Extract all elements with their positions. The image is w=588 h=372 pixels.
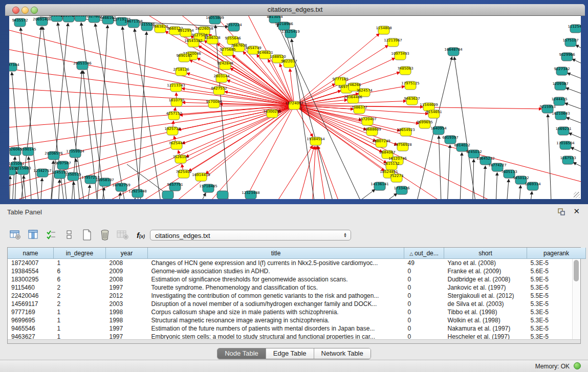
table-selector[interactable]: citations_edges.txt ▲▼ xyxy=(150,230,351,240)
citation-edge-black[interactable] xyxy=(96,25,107,199)
citation-edge-black[interactable] xyxy=(572,59,581,69)
table-cell[interactable]: 1 xyxy=(54,259,106,268)
citation-edge-red[interactable] xyxy=(9,105,294,128)
table-cell[interactable]: 49 xyxy=(404,259,444,268)
table-cell[interactable]: 0 xyxy=(404,316,444,324)
rows-icon[interactable] xyxy=(63,229,75,241)
network-graph[interactable]: 9435572206914068618304209371410653267132… xyxy=(9,16,581,199)
table-cell[interactable]: 2 xyxy=(54,292,106,300)
citation-edge-black[interactable] xyxy=(95,24,127,199)
table-cell[interactable]: 1 xyxy=(54,324,106,333)
citation-edge-black[interactable] xyxy=(24,176,27,199)
citation-edge-black[interactable] xyxy=(472,159,474,199)
citation-edge-black[interactable] xyxy=(565,87,581,98)
table-cell[interactable]: 0 xyxy=(404,308,444,316)
table-cell[interactable]: Estimation of significance thresholds fo… xyxy=(148,275,404,283)
table-row[interactable]: 977716911998Corpus callosum shape and si… xyxy=(8,308,586,316)
table-cell[interactable]: 0 xyxy=(404,324,444,333)
table-cell[interactable]: 1998 xyxy=(106,316,148,324)
citation-edge-black[interactable] xyxy=(29,157,32,199)
citation-edge-red[interactable] xyxy=(318,146,347,199)
delete-column-icon[interactable] xyxy=(99,229,111,241)
node-attribute-table[interactable]: namein_degreeyeartitle△out_de...shortpag… xyxy=(8,248,586,341)
table-cell[interactable]: Investigating the contribution of common… xyxy=(148,292,404,300)
column-header-pagerank[interactable]: pagerank xyxy=(527,248,586,259)
table-cell[interactable]: 2 xyxy=(54,300,106,308)
table-cell[interactable]: 2009 xyxy=(106,267,148,275)
create-column-icon[interactable] xyxy=(81,229,93,241)
table-cell[interactable]: 19384554 xyxy=(8,267,54,275)
table-cell[interactable]: Wolkin et al. (1998) xyxy=(444,316,527,324)
table-vertical-scrollbar[interactable] xyxy=(572,259,580,339)
table-cell[interactable]: Dudbridge et al. (2008) xyxy=(444,275,527,283)
column-header-year[interactable]: year xyxy=(106,248,148,259)
citation-edge-red[interactable] xyxy=(9,47,294,105)
table-cell[interactable]: 1997 xyxy=(106,283,148,292)
citation-edge-red[interactable] xyxy=(9,26,294,105)
citation-edge-red[interactable] xyxy=(9,105,294,108)
table-cell[interactable]: Tourette syndrome. Phenomenology and cla… xyxy=(148,283,404,292)
graph-node[interactable] xyxy=(162,191,173,199)
citation-edge-black[interactable] xyxy=(576,45,581,54)
window-titlebar[interactable]: citations_edges.txt xyxy=(5,4,585,16)
table-options-icon[interactable] xyxy=(9,229,21,241)
scrollbar-thumb[interactable] xyxy=(574,260,579,281)
table-cell[interactable]: 1997 xyxy=(106,324,148,333)
table-cell[interactable]: 0 xyxy=(404,292,444,300)
citation-edge-red[interactable] xyxy=(9,105,294,190)
citation-edge-black[interactable] xyxy=(74,182,76,199)
table-cell[interactable]: 14569117 xyxy=(8,300,54,308)
citation-edge-black[interactable] xyxy=(14,171,16,199)
citation-edge-black[interactable] xyxy=(127,198,136,199)
citation-edge-red[interactable] xyxy=(293,146,314,199)
citation-edge-black[interactable] xyxy=(86,185,90,199)
citation-edge-red[interactable] xyxy=(187,73,294,105)
table-cell[interactable]: 0 xyxy=(404,275,444,283)
table-cell[interactable]: Changes of HCN gene expression and I(f) … xyxy=(148,259,404,268)
column-header-out_de[interactable]: △out_de... xyxy=(404,248,444,259)
table-cell[interactable]: 6 xyxy=(54,275,106,283)
citation-edge-black[interactable] xyxy=(573,162,581,172)
tab-node-table[interactable]: Node Table xyxy=(217,348,266,359)
table-cell[interactable]: Disruption of a novel member of a sodium… xyxy=(148,300,404,308)
citation-edge-red[interactable] xyxy=(265,145,313,199)
table-cell[interactable]: 9115460 xyxy=(8,283,54,292)
table-row[interactable]: 1456911722003Disruption of a novel membe… xyxy=(8,300,586,308)
citation-edge-black[interactable] xyxy=(495,172,497,199)
citation-edge-red[interactable] xyxy=(294,105,400,131)
citation-edge-red[interactable] xyxy=(294,105,542,109)
table-row[interactable]: 2242004622012Investigating the contribut… xyxy=(8,292,586,300)
table-row[interactable]: 1938455462009Genome-wide association stu… xyxy=(8,267,586,275)
table-cell[interactable]: 9465546 xyxy=(8,324,54,333)
table-cell[interactable]: Corpus callosum shape and size in male p… xyxy=(148,308,404,316)
citation-edge-red[interactable] xyxy=(294,45,388,105)
citation-edge-red[interactable] xyxy=(9,67,294,105)
citation-edge-black[interactable] xyxy=(548,114,552,199)
table-cell[interactable]: Franke et al. (2009) xyxy=(444,267,527,275)
citation-edge-black[interactable] xyxy=(567,73,581,83)
tab-edge-table[interactable]: Edge Table xyxy=(266,348,314,359)
citation-edge-black[interactable] xyxy=(193,193,206,199)
close-panel-icon[interactable]: ✕ xyxy=(573,207,580,216)
citation-edge-black[interactable] xyxy=(518,185,520,199)
table-cell[interactable]: Estimation of the future numbers of pati… xyxy=(148,324,404,333)
citation-edge-black[interactable] xyxy=(460,152,462,199)
table-cell[interactable]: Genome-wide association studies in ADHD. xyxy=(148,267,404,275)
table-cell[interactable]: 6 xyxy=(54,267,106,275)
table-cell[interactable]: 2 xyxy=(54,283,106,292)
citation-edge-red[interactable] xyxy=(227,80,294,105)
column-header-in_degree[interactable]: in_degree xyxy=(54,248,106,259)
table-cell[interactable]: Structural magnetic resonance image aver… xyxy=(148,316,404,324)
citation-edge-red[interactable] xyxy=(206,105,294,174)
table-cell[interactable]: 9699695 xyxy=(8,316,54,324)
citation-edge-black[interactable] xyxy=(286,31,337,199)
table-cell[interactable]: 2012 xyxy=(106,292,148,300)
table-cell[interactable]: Jankovic et al. (1997) xyxy=(444,283,527,292)
column-header-name[interactable]: name xyxy=(8,248,54,259)
table-row[interactable]: 911546021997Tourette syndrome. Phenomeno… xyxy=(8,283,586,292)
citation-edge-black[interactable] xyxy=(483,166,485,199)
table-cell[interactable]: 22420046 xyxy=(8,292,54,300)
citation-edge-black[interactable] xyxy=(40,178,42,199)
show-columns-icon[interactable] xyxy=(27,229,39,241)
table-cell[interactable]: de Silva et al. (2003) xyxy=(444,300,527,308)
